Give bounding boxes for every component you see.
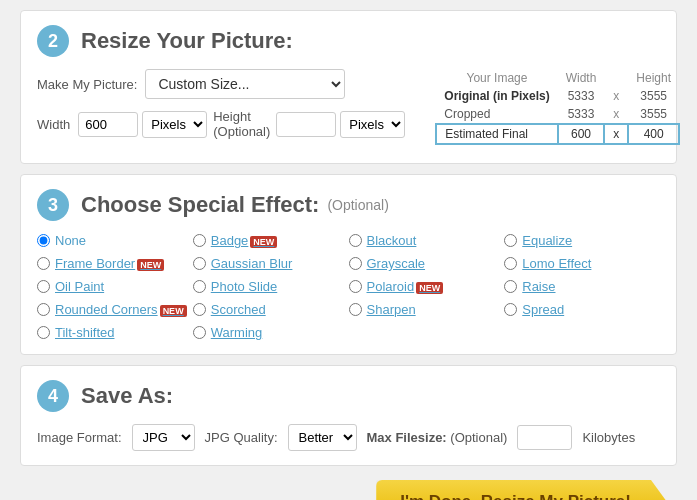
effect-lomo-radio[interactable] xyxy=(504,257,517,270)
width-input[interactable] xyxy=(78,112,138,137)
estimated-x: x xyxy=(604,124,628,144)
original-width: 5333 xyxy=(558,87,605,105)
effect-raise-label[interactable]: Raise xyxy=(522,279,555,294)
section4-title: Save As: xyxy=(81,383,173,409)
done-button-row: I'm Done, Resize My Picture! xyxy=(20,480,677,500)
section4-header: 4 Save As: xyxy=(37,380,660,412)
effect-gaussian-radio[interactable] xyxy=(193,257,206,270)
effect-blackout[interactable]: Blackout xyxy=(349,233,505,248)
effect-equalize-label[interactable]: Equalize xyxy=(522,233,572,248)
make-picture-row: Make My Picture: Custom Size... Facebook… xyxy=(37,69,405,99)
size-select[interactable]: Custom Size... Facebook Cover Twitter He… xyxy=(145,69,345,99)
table-row-estimated: Estimated Final 600 x 400 xyxy=(436,124,679,144)
table-row-original: Original (in Pixels) 5333 x 3555 xyxy=(436,87,679,105)
cropped-x: x xyxy=(604,105,628,124)
effect-equalize-radio[interactable] xyxy=(504,234,517,247)
effect-polaroid-radio[interactable] xyxy=(349,280,362,293)
effect-spread[interactable]: Spread xyxy=(504,302,660,317)
col-header-height: Height xyxy=(628,69,679,87)
effect-frame-radio[interactable] xyxy=(37,257,50,270)
step3-circle: 3 xyxy=(37,189,69,221)
effect-oil-radio[interactable] xyxy=(37,280,50,293)
effect-rounded-corners[interactable]: Rounded CornersNEW xyxy=(37,302,193,317)
estimated-label: Estimated Final xyxy=(436,124,557,144)
effect-none-radio[interactable] xyxy=(37,234,50,247)
effect-scorched[interactable]: Scorched xyxy=(193,302,349,317)
height-input[interactable] xyxy=(276,112,336,137)
effect-sharpen[interactable]: Sharpen xyxy=(349,302,505,317)
format-label: Image Format: xyxy=(37,430,122,445)
effect-lomo[interactable]: Lomo Effect xyxy=(504,256,660,271)
effect-sharpen-label[interactable]: Sharpen xyxy=(367,302,416,317)
frame-new: NEW xyxy=(137,259,164,271)
section-save: 4 Save As: Image Format: JPG PNG GIF BMP… xyxy=(20,365,677,466)
effect-photo-slide[interactable]: Photo Slide xyxy=(193,279,349,294)
estimated-width: 600 xyxy=(558,124,605,144)
effect-equalize[interactable]: Equalize xyxy=(504,233,660,248)
effect-sharpen-radio[interactable] xyxy=(349,303,362,316)
cropped-label: Cropped xyxy=(436,105,557,124)
effect-none-label[interactable]: None xyxy=(55,233,86,248)
effect-tilt-label[interactable]: Tilt-shifted xyxy=(55,325,114,340)
effect-raise[interactable]: Raise xyxy=(504,279,660,294)
effect-lomo-label[interactable]: Lomo Effect xyxy=(522,256,591,271)
section3-subtitle: (Optional) xyxy=(327,197,388,213)
effect-rounded-radio[interactable] xyxy=(37,303,50,316)
rounded-new: NEW xyxy=(160,305,187,317)
effect-grayscale[interactable]: Grayscale xyxy=(349,256,505,271)
effect-warming-radio[interactable] xyxy=(193,326,206,339)
badge-new: NEW xyxy=(250,236,277,248)
effect-warming[interactable]: Warming xyxy=(193,325,349,340)
quality-label: JPG Quality: xyxy=(205,430,278,445)
col-header-image: Your Image xyxy=(436,69,557,87)
effect-raise-radio[interactable] xyxy=(504,280,517,293)
effect-spread-label[interactable]: Spread xyxy=(522,302,564,317)
effect-grayscale-label[interactable]: Grayscale xyxy=(367,256,426,271)
effect-none[interactable]: None xyxy=(37,233,193,248)
effect-polaroid-label[interactable]: PolaroidNEW xyxy=(367,279,444,294)
effect-blackout-radio[interactable] xyxy=(349,234,362,247)
original-label: Original (in Pixels) xyxy=(436,87,557,105)
effect-scorched-label[interactable]: Scorched xyxy=(211,302,266,317)
max-filesize-label: Max Filesize: (Optional) xyxy=(367,430,508,445)
effect-photo-label[interactable]: Photo Slide xyxy=(211,279,278,294)
format-select[interactable]: JPG PNG GIF BMP TIFF xyxy=(132,424,195,451)
col-header-x xyxy=(604,69,628,87)
filesize-input[interactable] xyxy=(517,425,572,450)
effect-rounded-label[interactable]: Rounded CornersNEW xyxy=(55,302,187,317)
effect-gaussian-label[interactable]: Gaussian Blur xyxy=(211,256,293,271)
effect-frame-label[interactable]: Frame BorderNEW xyxy=(55,256,164,271)
effect-oil-label[interactable]: Oil Paint xyxy=(55,279,104,294)
quality-select[interactable]: Good Better Best xyxy=(288,424,357,451)
height-unit-select[interactable]: Pixels % xyxy=(340,111,405,138)
effect-gaussian-blur[interactable]: Gaussian Blur xyxy=(193,256,349,271)
width-unit-select[interactable]: Pixels % xyxy=(142,111,207,138)
step2-circle: 2 xyxy=(37,25,69,57)
effect-oil-paint[interactable]: Oil Paint xyxy=(37,279,193,294)
done-button[interactable]: I'm Done, Resize My Picture! xyxy=(376,480,667,500)
effect-warming-label[interactable]: Warming xyxy=(211,325,263,340)
effect-badge[interactable]: BadgeNEW xyxy=(193,233,349,248)
max-filesize-optional: (Optional) xyxy=(450,430,507,445)
page-container: 2 Resize Your Picture: Make My Picture: … xyxy=(0,0,697,500)
kilobytes-label: Kilobytes xyxy=(582,430,635,445)
step4-circle: 4 xyxy=(37,380,69,412)
effect-scorched-radio[interactable] xyxy=(193,303,206,316)
effect-tilt-radio[interactable] xyxy=(37,326,50,339)
cropped-height: 3555 xyxy=(628,105,679,124)
effect-polaroid[interactable]: PolaroidNEW xyxy=(349,279,505,294)
original-x: x xyxy=(604,87,628,105)
effect-badge-label[interactable]: BadgeNEW xyxy=(211,233,278,248)
effect-grayscale-radio[interactable] xyxy=(349,257,362,270)
height-label: Height (Optional) xyxy=(213,109,270,139)
width-label: Width xyxy=(37,117,70,132)
table-row-cropped: Cropped 5333 x 3555 xyxy=(436,105,679,124)
effect-tilt-shifted[interactable]: Tilt-shifted xyxy=(37,325,193,340)
original-height: 3555 xyxy=(628,87,679,105)
effect-badge-radio[interactable] xyxy=(193,234,206,247)
effect-frame-border[interactable]: Frame BorderNEW xyxy=(37,256,193,271)
effect-spread-radio[interactable] xyxy=(504,303,517,316)
section2-header: 2 Resize Your Picture: xyxy=(37,25,660,57)
effect-photo-radio[interactable] xyxy=(193,280,206,293)
effect-blackout-label[interactable]: Blackout xyxy=(367,233,417,248)
